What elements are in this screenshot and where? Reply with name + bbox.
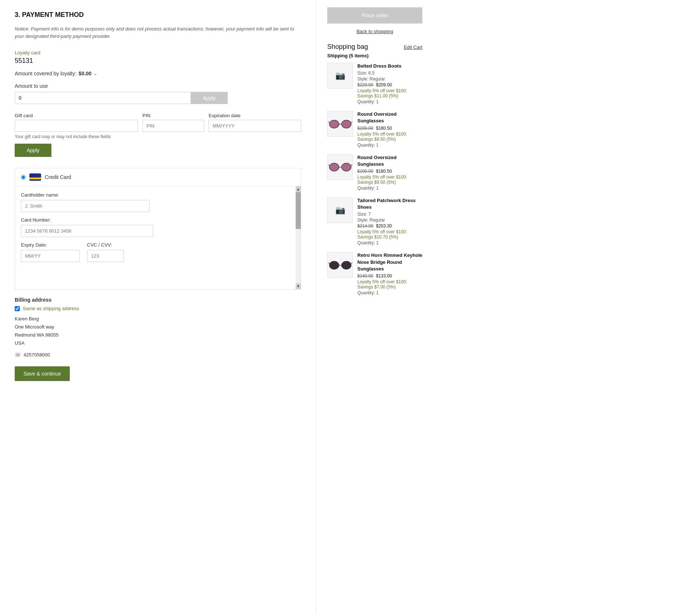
- cart-item: 📷 Tailored Patchwork Dress Shoes Size: 7…: [327, 197, 422, 245]
- cart-item: 📷 Belted Dress Boots Size: 6.5Style: Reg…: [327, 63, 422, 104]
- gift-card-expiry-input[interactable]: [209, 120, 301, 132]
- item-image: 📷: [327, 63, 353, 89]
- original-price: $220.00: [357, 82, 373, 87]
- svg-line-3: [328, 121, 329, 122]
- pin-field: PIN: [142, 113, 204, 132]
- loyalty-savings: Loyalty 5% off over $100: Savings $7.00 …: [357, 279, 422, 290]
- phone-icon: ☏: [15, 352, 21, 358]
- item-name: Round Oversized Sunglasses: [357, 111, 422, 124]
- item-name: Tailored Patchwork Dress Shoes: [357, 197, 422, 211]
- shopping-bag-title: Shopping bag: [327, 43, 368, 51]
- notice-text: Notice: Payment info is for demo purpose…: [15, 25, 301, 40]
- card-number-input[interactable]: [21, 225, 153, 237]
- scroll-thumb[interactable]: [296, 192, 301, 229]
- sidebar: Place order Back to shopping Shopping ba…: [316, 0, 433, 614]
- svg-line-4: [351, 121, 352, 122]
- edit-cart-link[interactable]: Edit Cart: [404, 44, 422, 50]
- original-price: $190.00: [357, 126, 373, 131]
- same-as-shipping-row[interactable]: Same as shipping address: [15, 306, 301, 311]
- svg-line-13: [328, 262, 329, 263]
- expiry-date-input[interactable]: [21, 250, 80, 262]
- cvc-label: CVC / CVV:: [87, 242, 124, 248]
- scroll-down-button[interactable]: ▼: [296, 283, 301, 289]
- cart-items-list: 📷 Belted Dress Boots Size: 6.5Style: Reg…: [327, 63, 422, 295]
- billing-name: Karen Berg: [15, 315, 301, 323]
- item-image: [327, 154, 353, 180]
- cart-item: Round Oversized Sunglasses $190.00 $180.…: [327, 154, 422, 191]
- loyalty-savings: Loyalty 5% off over $100: Savings $11.00…: [357, 88, 422, 98]
- shipping-label: Shipping (5 items): [327, 53, 422, 58]
- expiry-cvc-group: Expiry Date: CVC / CVV:: [21, 242, 290, 262]
- sale-price: $180.50: [376, 126, 392, 131]
- gift-card-note: Your gift card may or may not include th…: [15, 134, 301, 139]
- svg-point-5: [329, 163, 339, 171]
- loyalty-savings: Loyalty 5% off over $100: Savings $9.50 …: [357, 132, 422, 142]
- pin-input[interactable]: [142, 120, 204, 132]
- svg-point-0: [329, 120, 339, 128]
- expiry-group: Expiry Date:: [21, 242, 80, 262]
- sale-price: $180.50: [376, 169, 392, 174]
- item-style: Style: Regular: [357, 76, 422, 82]
- item-prices: $140.00 $133.00: [357, 273, 422, 279]
- pin-label: PIN: [142, 113, 204, 118]
- amount-to-use-label: Amount to use: [15, 83, 301, 89]
- card-number-label: Card Number:: [21, 217, 290, 223]
- cardholder-group: Cardholder name:: [21, 192, 290, 212]
- item-quantity: Quantity: 1: [357, 240, 422, 245]
- amount-to-use-row: Apply: [15, 92, 301, 104]
- amount-covered-label: Amount covered by loyalty:: [15, 71, 76, 76]
- shopping-bag-header: Shopping bag Edit Cart: [327, 43, 422, 51]
- scroll-up-button[interactable]: ▲: [296, 186, 301, 192]
- loyalty-savings: Loyalty 5% off over $100: Savings $10.70…: [357, 229, 422, 240]
- loyalty-card-label: Loyalty card: [15, 50, 301, 55]
- save-continue-button[interactable]: Save & continue: [15, 366, 70, 381]
- cvc-input[interactable]: [87, 250, 124, 262]
- cvc-group: CVC / CVV:: [87, 242, 124, 262]
- card-number-group: Card Number:: [21, 217, 290, 237]
- item-details: Retro Horn Rimmed Keyhole Nose Bridge Ro…: [357, 252, 422, 295]
- cart-item: Round Oversized Sunglasses $190.00 $180.…: [327, 111, 422, 147]
- item-image: [327, 252, 353, 278]
- place-order-button[interactable]: Place order: [327, 7, 422, 24]
- gift-card-input[interactable]: [15, 120, 138, 132]
- svg-line-8: [328, 165, 329, 166]
- original-price: $214.00: [357, 223, 373, 229]
- svg-point-11: [342, 261, 351, 269]
- gift-card-apply-button[interactable]: Apply: [15, 144, 51, 157]
- item-image: 📷: [327, 197, 353, 223]
- item-details: Tailored Patchwork Dress Shoes Size: 7St…: [357, 197, 422, 245]
- same-as-shipping-checkbox[interactable]: [15, 306, 20, 311]
- billing-address-block: Karen Berg One Microsoft way Redmond WA …: [15, 315, 301, 347]
- loyalty-number: 55131: [15, 57, 301, 65]
- billing-address-line2: Redmond WA 98055: [15, 331, 301, 339]
- payment-option-credit-card[interactable]: Credit Card: [15, 168, 301, 186]
- item-size: Size: 7: [357, 212, 422, 217]
- credit-card-radio[interactable]: [21, 175, 26, 180]
- chevron-down-icon[interactable]: ⌄: [94, 71, 97, 76]
- item-prices: $220.00 $209.00: [357, 82, 422, 87]
- phone-number: 4257058000: [24, 352, 50, 358]
- billing-address-line1: One Microsoft way: [15, 323, 301, 331]
- item-details: Belted Dress Boots Size: 6.5Style: Regul…: [357, 63, 422, 104]
- billing-title: Billing address: [15, 297, 301, 303]
- expiry-label: Expiration date: [209, 113, 301, 118]
- original-price: $140.00: [357, 273, 373, 279]
- amount-to-use-input[interactable]: [15, 92, 191, 104]
- item-style: Style: Regular: [357, 218, 422, 223]
- item-prices: $190.00 $180.50: [357, 169, 422, 174]
- loyalty-savings: Loyalty 5% off over $100: Savings $9.50 …: [357, 175, 422, 185]
- expiry-date-label: Expiry Date:: [21, 242, 80, 248]
- item-name: Retro Horn Rimmed Keyhole Nose Bridge Ro…: [357, 252, 422, 272]
- svg-point-1: [342, 120, 351, 128]
- item-details: Round Oversized Sunglasses $190.00 $180.…: [357, 111, 422, 147]
- back-to-shopping-link[interactable]: Back to shopping: [327, 29, 422, 34]
- loyalty-apply-button[interactable]: Apply: [191, 92, 228, 104]
- gift-card-row: Gift card PIN Expiration date: [15, 113, 301, 132]
- cart-item: Retro Horn Rimmed Keyhole Nose Bridge Ro…: [327, 252, 422, 295]
- billing-section: Billing address Same as shipping address…: [15, 297, 301, 358]
- billing-country: USA: [15, 339, 301, 347]
- item-name: Round Oversized Sunglasses: [357, 154, 422, 168]
- cardholder-input[interactable]: [21, 200, 149, 212]
- amount-covered-value: $0.00: [79, 71, 91, 76]
- item-quantity: Quantity: 1: [357, 143, 422, 148]
